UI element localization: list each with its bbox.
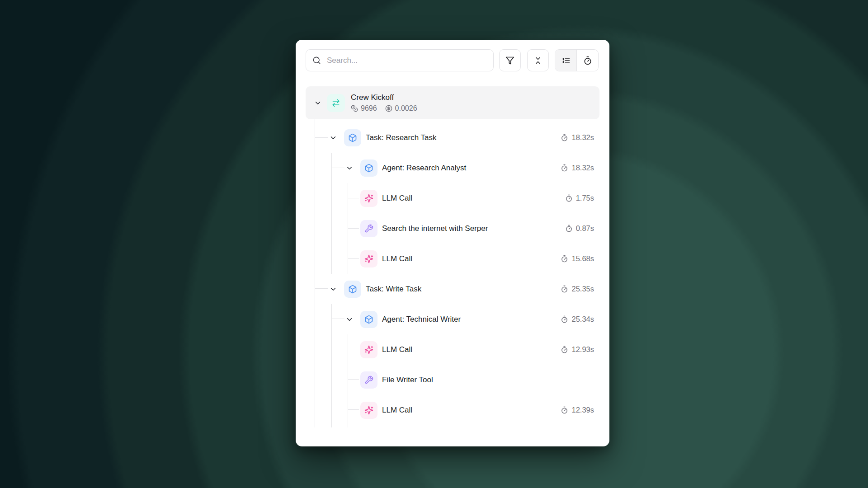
row-duration: 18.32s xyxy=(561,164,594,172)
box-icon xyxy=(344,129,361,146)
list-ordered-icon xyxy=(561,56,571,65)
row-duration: 25.35s xyxy=(561,285,594,293)
timer-icon xyxy=(561,315,568,323)
list-view-toggle[interactable] xyxy=(555,50,577,71)
wrench-icon xyxy=(360,220,377,237)
timer-icon xyxy=(561,406,568,414)
search-input[interactable] xyxy=(306,49,494,71)
row-duration: 12.39s xyxy=(561,406,594,414)
sparkles-icon xyxy=(360,190,377,207)
sparkles-icon xyxy=(360,341,377,358)
cost-badge: 0.0026 xyxy=(385,104,417,113)
row-llm-call[interactable]: LLM Call 1.75s xyxy=(306,183,599,213)
row-agent-research-analyst[interactable]: Agent: Research Analyst 18.32s xyxy=(306,153,599,183)
trace-root-row[interactable]: Crew Kickoff 9696 0.0026 xyxy=(306,86,599,119)
row-task-research[interactable]: Task: Research Task 18.32s xyxy=(306,122,599,153)
row-label: LLM Call xyxy=(382,254,412,263)
wrench-icon xyxy=(360,371,377,389)
chevron-down-icon[interactable] xyxy=(329,285,337,293)
arrow-right-left-icon xyxy=(327,94,345,112)
dollar-sign-icon xyxy=(385,105,392,112)
row-agent-technical-writer[interactable]: Agent: Technical Writer 25.34s xyxy=(306,304,599,334)
row-duration: 15.68s xyxy=(561,254,594,263)
row-label: Task: Research Task xyxy=(366,133,437,142)
row-label: Search the internet with Serper xyxy=(382,224,488,233)
row-label: File Writer Tool xyxy=(382,375,433,385)
search-input-wrapper xyxy=(306,49,494,71)
cost-value: 0.0026 xyxy=(395,104,417,113)
timer-icon xyxy=(561,346,568,353)
box-icon xyxy=(360,160,377,177)
row-label: LLM Call xyxy=(382,406,412,415)
collapse-all-button[interactable] xyxy=(527,49,549,71)
sparkles-icon xyxy=(360,402,377,419)
row-file-writer-tool[interactable]: File Writer Tool xyxy=(306,365,599,395)
chevrons-down-up-icon xyxy=(533,56,542,65)
root-badges: 9696 0.0026 xyxy=(351,104,417,113)
timeline-view-toggle[interactable] xyxy=(577,50,598,71)
row-label: Task: Write Task xyxy=(366,285,421,294)
row-task-write[interactable]: Task: Write Task 25.35s xyxy=(306,274,599,304)
timer-icon xyxy=(565,194,573,202)
row-llm-call[interactable]: LLM Call 15.68s xyxy=(306,244,599,274)
row-duration: 0.87s xyxy=(565,224,594,233)
chevron-down-icon[interactable] xyxy=(314,99,322,107)
filter-button[interactable] xyxy=(499,49,521,71)
timer-icon xyxy=(561,255,568,263)
filter-funnel-icon xyxy=(505,56,514,65)
row-duration: 1.75s xyxy=(565,194,594,202)
row-label: LLM Call xyxy=(382,194,412,203)
timer-icon xyxy=(565,225,573,232)
trace-tree: Crew Kickoff 9696 0.0026 Task: Research … xyxy=(306,86,599,425)
chevron-down-icon[interactable] xyxy=(329,134,337,142)
chevron-down-icon[interactable] xyxy=(345,164,354,172)
stopwatch-icon xyxy=(583,56,592,65)
token-count: 9696 xyxy=(361,104,377,113)
coins-icon xyxy=(351,105,358,112)
view-toggle xyxy=(555,49,599,71)
timer-icon xyxy=(561,164,568,172)
row-duration: 18.32s xyxy=(561,133,594,142)
trace-title: Crew Kickoff xyxy=(351,93,417,102)
token-count-badge: 9696 xyxy=(351,104,377,113)
root-meta: Crew Kickoff 9696 0.0026 xyxy=(351,93,417,113)
row-duration: 25.34s xyxy=(561,315,594,324)
row-llm-call[interactable]: LLM Call 12.39s xyxy=(306,395,599,425)
row-label: LLM Call xyxy=(382,345,412,354)
trace-panel: Crew Kickoff 9696 0.0026 Task: Research … xyxy=(296,40,609,446)
box-icon xyxy=(344,281,361,298)
chevron-down-icon[interactable] xyxy=(345,315,354,324)
row-serper-tool[interactable]: Search the internet with Serper 0.87s xyxy=(306,213,599,244)
sparkles-icon xyxy=(360,250,377,267)
box-icon xyxy=(360,311,377,328)
timer-icon xyxy=(561,134,568,141)
search-icon xyxy=(312,56,321,65)
timer-icon xyxy=(561,285,568,293)
row-llm-call[interactable]: LLM Call 12.93s xyxy=(306,334,599,365)
toolbar xyxy=(306,49,599,71)
row-label: Agent: Technical Writer xyxy=(382,315,461,324)
row-duration: 12.93s xyxy=(561,345,594,354)
row-label: Agent: Research Analyst xyxy=(382,164,466,173)
